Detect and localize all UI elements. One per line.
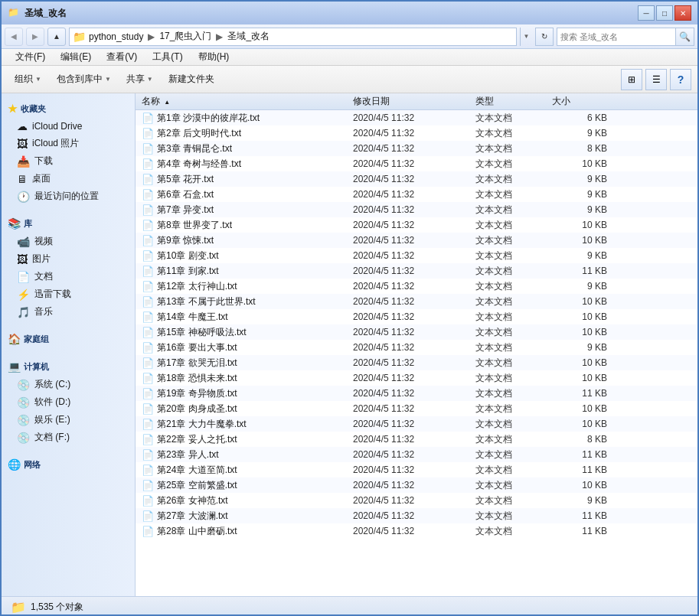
file-size-cell: 9 KB <box>552 495 613 506</box>
file-type-cell: 文本文档 <box>475 387 552 400</box>
header-date[interactable]: 修改日期 <box>353 95 475 108</box>
menu-file[interactable]: 文件(F) <box>8 49 53 66</box>
table-row[interactable]: 📄 第3章 青铜昆仑.txt 2020/4/5 11:32 文本文档 8 KB <box>136 141 697 156</box>
navigation-bar: ◀ ▶ ▲ 📁 python_study ▶ 17_爬虫入门 ▶ 圣域_改名 ▼… <box>2 24 697 49</box>
menu-edit[interactable]: 编辑(E) <box>53 49 99 66</box>
sidebar-item-drive-f[interactable]: 💿 文档 (F:) <box>2 429 135 446</box>
table-row[interactable]: 📄 第14章 牛魔王.txt 2020/4/5 11:32 文本文档 10 KB <box>136 309 697 324</box>
file-name-cell: 📄 第14章 牛魔王.txt <box>139 311 353 324</box>
share-button[interactable]: 共享 ▼ <box>119 69 160 90</box>
file-name-text: 第27章 大波澜.txt <box>157 510 228 523</box>
header-size[interactable]: 大小 <box>552 95 613 108</box>
file-size-cell: 11 KB <box>552 449 613 460</box>
forward-button[interactable]: ▶ <box>26 28 44 46</box>
table-row[interactable]: 📄 第1章 沙漠中的彼岸花.txt 2020/4/5 11:32 文本文档 6 … <box>136 110 697 125</box>
sidebar-item-desktop[interactable]: 🖥 桌面 <box>2 170 135 187</box>
file-txt-icon: 📄 <box>142 373 154 384</box>
table-row[interactable]: 📄 第11章 到家.txt 2020/4/5 11:32 文本文档 11 KB <box>136 263 697 279</box>
table-row[interactable]: 📄 第18章 恐惧未来.txt 2020/4/5 11:32 文本文档 10 K… <box>136 370 697 386</box>
file-txt-icon: 📄 <box>142 250 154 262</box>
menu-help[interactable]: 帮助(H) <box>191 49 237 66</box>
file-name-cell: 📄 第18章 恐惧未来.txt <box>139 372 353 385</box>
breadcrumb-17[interactable]: 17_爬虫入门 <box>159 30 211 43</box>
table-row[interactable]: 📄 第10章 剧变.txt 2020/4/5 11:32 文本文档 9 KB <box>136 248 697 263</box>
sidebar-item-icloud-photos[interactable]: 🖼 iCloud 照片 <box>2 135 135 152</box>
table-row[interactable]: 📄 第23章 异人.txt 2020/4/5 11:32 文本文档 11 KB <box>136 447 697 462</box>
table-row[interactable]: 📄 第13章 不属于此世界.txt 2020/4/5 11:32 文本文档 10… <box>136 294 697 309</box>
file-type-cell: 文本文档 <box>475 204 552 217</box>
table-row[interactable]: 📄 第27章 大波澜.txt 2020/4/5 11:32 文本文档 11 KB <box>136 508 697 523</box>
table-row[interactable]: 📄 第12章 太行神山.txt 2020/4/5 11:32 文本文档 9 KB <box>136 279 697 294</box>
sidebar-item-drive-d[interactable]: 💿 软件 (D:) <box>2 393 135 411</box>
sidebar-item-documents[interactable]: 📄 文档 <box>2 268 135 285</box>
sidebar-item-pictures[interactable]: 🖼 图片 <box>2 250 135 268</box>
table-row[interactable]: 📄 第6章 石盒.txt 2020/4/5 11:32 文本文档 9 KB <box>136 187 697 202</box>
organize-button[interactable]: 组织 ▼ <box>8 69 48 90</box>
file-name-cell: 📄 第17章 欲哭无泪.txt <box>139 357 353 370</box>
close-button[interactable]: ✕ <box>675 5 691 21</box>
table-row[interactable]: 📄 第9章 惊悚.txt 2020/4/5 11:32 文本文档 10 KB <box>136 233 697 248</box>
menu-tools[interactable]: 工具(T) <box>145 49 190 66</box>
table-row[interactable]: 📄 第16章 要出大事.txt 2020/4/5 11:32 文本文档 9 KB <box>136 340 697 355</box>
include-library-button[interactable]: 包含到库中 ▼ <box>50 69 118 90</box>
table-row[interactable]: 📄 第17章 欲哭无泪.txt 2020/4/5 11:32 文本文档 10 K… <box>136 355 697 370</box>
back-button[interactable]: ◀ <box>5 28 23 46</box>
file-name-text: 第28章 山中磨砺.txt <box>157 525 237 538</box>
sidebar-item-downloads[interactable]: 📥 下载 <box>2 152 135 170</box>
sidebar-favorites-label: 收藏夹 <box>21 103 46 115</box>
file-size-cell: 10 KB <box>552 327 613 337</box>
minimize-button[interactable]: ─ <box>638 5 655 21</box>
sidebar-network-section: 🌐 网络 <box>2 455 135 474</box>
sidebar-item-drive-c[interactable]: 💿 系统 (C:) <box>2 376 135 393</box>
file-name-cell: 📄 第24章 大道至简.txt <box>139 464 353 477</box>
table-row[interactable]: 📄 第22章 妥人之托.txt 2020/4/5 11:32 文本文档 8 KB <box>136 432 697 447</box>
file-date-cell: 2020/4/5 11:32 <box>353 189 475 200</box>
table-row[interactable]: 📄 第28章 山中磨砺.txt 2020/4/5 11:32 文本文档 11 K… <box>136 523 697 539</box>
file-txt-icon: 📄 <box>142 434 154 445</box>
header-name[interactable]: 名称 ▲ <box>139 95 353 108</box>
breadcrumb-python-study[interactable]: python_study <box>89 31 143 42</box>
sidebar-item-icloud-drive[interactable]: ☁ iCloud Drive <box>2 118 135 135</box>
sidebar-item-video[interactable]: 📹 视频 <box>2 233 135 250</box>
search-input[interactable] <box>557 32 675 41</box>
table-row[interactable]: 📄 第25章 空前繁盛.txt 2020/4/5 11:32 文本文档 10 K… <box>136 477 697 493</box>
organize-arrow: ▼ <box>35 76 41 83</box>
maximize-button[interactable]: □ <box>656 5 673 21</box>
sidebar-item-music[interactable]: 🎵 音乐 <box>2 303 135 321</box>
table-row[interactable]: 📄 第26章 女神范.txt 2020/4/5 11:32 文本文档 9 KB <box>136 493 697 508</box>
sidebar-item-xunlei[interactable]: ⚡ 迅雷下载 <box>2 285 135 303</box>
table-row[interactable]: 📄 第21章 大力牛魔拳.txt 2020/4/5 11:32 文本文档 10 … <box>136 416 697 432</box>
new-folder-button[interactable]: 新建文件夹 <box>162 69 221 90</box>
view-toggle-button[interactable]: ⊞ <box>621 69 642 90</box>
table-row[interactable]: 📄 第4章 奇树与经兽.txt 2020/4/5 11:32 文本文档 10 K… <box>136 156 697 171</box>
table-row[interactable]: 📄 第24章 大道至简.txt 2020/4/5 11:32 文本文档 11 K… <box>136 462 697 477</box>
table-row[interactable]: 📄 第2章 后文明时代.txt 2020/4/5 11:32 文本文档 9 KB <box>136 125 697 141</box>
table-row[interactable]: 📄 第7章 异变.txt 2020/4/5 11:32 文本文档 9 KB <box>136 202 697 217</box>
file-name-text: 第17章 欲哭无泪.txt <box>157 357 237 370</box>
network-icon: 🌐 <box>8 458 21 471</box>
table-row[interactable]: 📄 第15章 神秘呼吸法.txt 2020/4/5 11:32 文本文档 10 … <box>136 324 697 340</box>
refresh-button[interactable]: ↻ <box>535 28 554 46</box>
search-button[interactable]: 🔍 <box>675 28 694 45</box>
breadcrumb-current[interactable]: 圣域_改名 <box>227 30 269 43</box>
documents-label: 文档 <box>34 270 53 283</box>
sidebar-item-drive-e[interactable]: 💿 娱乐 (E:) <box>2 411 135 429</box>
help-button[interactable]: ? <box>670 69 691 90</box>
sidebar-item-recent[interactable]: 🕐 最近访问的位置 <box>2 187 135 205</box>
menu-view[interactable]: 查看(V) <box>99 49 145 66</box>
table-row[interactable]: 📄 第19章 奇异物质.txt 2020/4/5 11:32 文本文档 11 K… <box>136 386 697 401</box>
address-dropdown-button[interactable]: ▼ <box>520 28 532 46</box>
file-size-cell: 9 KB <box>552 189 613 200</box>
video-label: 视频 <box>34 235 53 248</box>
up-button[interactable]: ▲ <box>47 28 66 46</box>
table-row[interactable]: 📄 第8章 世界变了.txt 2020/4/5 11:32 文本文档 10 KB <box>136 217 697 233</box>
toolbar-right: ⊞ ☰ ? <box>621 69 691 90</box>
details-view-button[interactable]: ☰ <box>645 69 667 90</box>
table-row[interactable]: 📄 第20章 肉身成圣.txt 2020/4/5 11:32 文本文档 10 K… <box>136 401 697 416</box>
table-row[interactable]: 📄 第5章 花开.txt 2020/4/5 11:32 文本文档 9 KB <box>136 171 697 187</box>
file-name-text: 第10章 剧变.txt <box>157 249 219 262</box>
file-name-text: 第9章 惊悚.txt <box>157 234 214 247</box>
header-type[interactable]: 类型 <box>475 95 552 108</box>
file-size-cell: 10 KB <box>552 311 613 322</box>
file-size-cell: 9 KB <box>552 204 613 215</box>
